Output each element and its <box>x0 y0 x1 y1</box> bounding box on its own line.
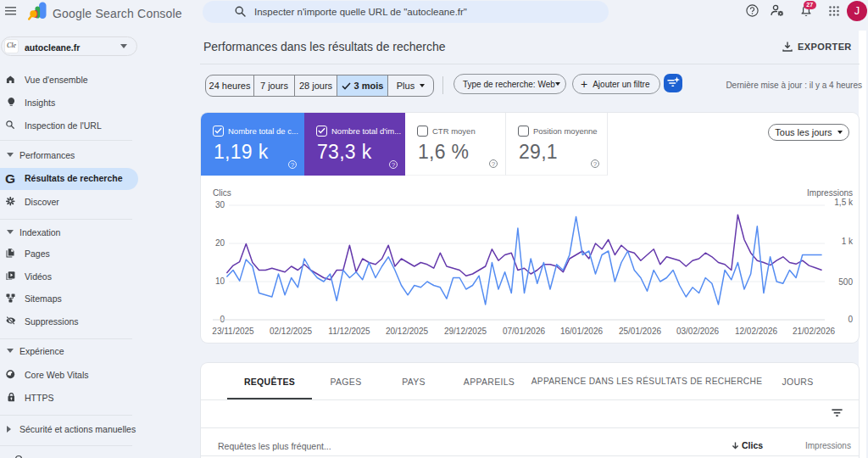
svg-text:Impressions: Impressions <box>807 188 853 198</box>
svg-text:03/02/2026: 03/02/2026 <box>676 327 719 336</box>
svg-text:10: 10 <box>215 276 225 286</box>
svg-text:1,5 k: 1,5 k <box>834 198 854 207</box>
svg-text:500: 500 <box>838 277 853 287</box>
svg-text:11/12/2025: 11/12/2025 <box>328 327 370 336</box>
svg-text:20/12/2025: 20/12/2025 <box>386 327 428 336</box>
svg-text:23/11/2025: 23/11/2025 <box>212 327 254 336</box>
svg-text:29/12/2025: 29/12/2025 <box>444 327 487 336</box>
svg-text:21/02/2026: 21/02/2026 <box>793 327 835 336</box>
svg-text:02/12/2025: 02/12/2025 <box>270 327 312 336</box>
svg-text:16/01/2026: 16/01/2026 <box>560 327 603 336</box>
svg-text:0: 0 <box>848 315 853 324</box>
svg-text:30: 30 <box>215 200 225 209</box>
svg-text:07/01/2026: 07/01/2026 <box>503 327 545 336</box>
svg-text:25/01/2026: 25/01/2026 <box>619 327 661 336</box>
svg-text:20: 20 <box>215 238 225 248</box>
svg-text:12/02/2026: 12/02/2026 <box>735 327 777 336</box>
svg-text:Clics: Clics <box>213 188 231 198</box>
svg-text:1 k: 1 k <box>842 237 854 246</box>
